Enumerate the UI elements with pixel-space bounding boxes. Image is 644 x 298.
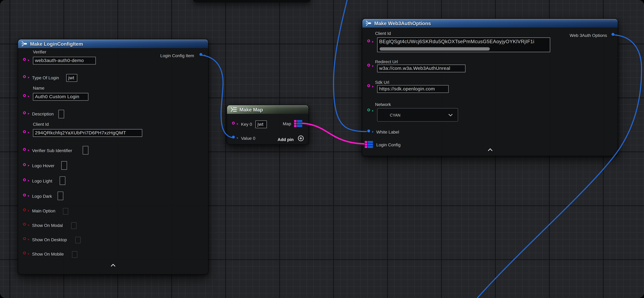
pin-label-sdk-url: Sdk Url (375, 80, 389, 85)
pin-value-0[interactable] (232, 136, 235, 138)
pin-label-show-on-desktop: Show On Desktop (32, 237, 67, 242)
input-redirect-url[interactable]: w3a://com.w3a.Web3AuthUnreal (377, 64, 466, 72)
input-client-id[interactable]: BEglQSgt4cUWcj6SKRdu5QkOXTsePmMcusG5EAoy… (377, 38, 550, 52)
pin-label-white-label: White Label (376, 130, 399, 134)
wire-top-to-white-label[interactable] (334, 0, 366, 132)
output-pin-map[interactable] (294, 120, 302, 127)
input-sdk-url[interactable]: https://sdk.openlogin.com (377, 85, 449, 93)
pin-show-on-modal[interactable] (23, 223, 26, 226)
blueprint-viewport: Make LoginConfigItem Login Config Item V… (0, 0, 644, 298)
wire-map-to-login-config[interactable] (303, 123, 364, 144)
pin-name[interactable] (23, 94, 26, 97)
pin-redirect-url[interactable] (367, 64, 370, 66)
pin-login-config[interactable] (365, 141, 373, 148)
offscreen-node-stub[interactable] (193, 0, 311, 2)
node-header[interactable]: Make LoginConfigItem (18, 40, 208, 48)
node-make-loginconfigitem[interactable]: Make LoginConfigItem Login Config Item V… (18, 39, 208, 274)
node-make-map[interactable]: Make Map Key 0 jwt Map Value 0 Add pin (226, 105, 309, 145)
add-pin-icon[interactable] (298, 135, 304, 143)
pin-show-on-mobile[interactable] (23, 252, 26, 254)
pin-show-on-desktop[interactable] (23, 237, 26, 240)
output-pin-login-config-item[interactable] (200, 53, 202, 56)
pin-label-client-id: Client Id (33, 122, 49, 127)
checkbox-show-on-desktop[interactable] (75, 237, 80, 243)
pin-type-of-login[interactable] (23, 75, 26, 78)
pin-label-verifier: Verifier (33, 49, 46, 54)
input-key-0[interactable]: jwt (256, 120, 267, 128)
checkbox-main-option[interactable] (63, 208, 68, 214)
pin-label-logo-light: Logo Light (32, 178, 52, 184)
pin-verifier[interactable] (23, 58, 26, 61)
node-title: Make Map (240, 106, 263, 112)
pin-verifier-sub-identifier[interactable] (23, 148, 26, 151)
pin-client-id[interactable] (23, 130, 26, 133)
pin-label-value-0: Value 0 (241, 136, 255, 140)
output-label: Web 3Auth Options (570, 33, 607, 38)
pin-label-show-on-mobile: Show On Mobile (32, 252, 64, 256)
input-type-of-login[interactable]: jwt (66, 74, 77, 82)
input-client-id[interactable]: 294QRkchfq2YaXUbPri7D6PH7xzHgQMT (33, 129, 142, 137)
make-struct-icon (366, 20, 372, 26)
pin-sdk-url[interactable] (367, 84, 370, 87)
client-id-text: BEglQSgt4cUWcj6SKRdu5QkOXTsePmMcusG5EAoy… (379, 38, 550, 45)
pin-label-main-option: Main Option (32, 208, 55, 213)
collapse-chevron-icon[interactable] (488, 146, 492, 153)
pin-main-option[interactable] (23, 208, 26, 211)
input-verifier-sub-identifier[interactable] (82, 146, 88, 154)
input-logo-hover[interactable] (61, 161, 67, 170)
make-map-icon (230, 107, 237, 112)
pin-label-network: Network (375, 102, 391, 107)
pin-label-type-of-login: Type Of Login (32, 75, 59, 80)
checkbox-show-on-modal[interactable] (71, 222, 76, 229)
network-dropdown-value: CYAN (390, 113, 400, 117)
pin-label-login-config: Login Config (376, 142, 400, 147)
node-title: Make Web3AuthOptions (374, 20, 431, 26)
pin-label-description: Description (32, 112, 54, 116)
pin-label-name: Name (33, 86, 44, 90)
node-title: Make LoginConfigItem (30, 41, 83, 46)
pin-network[interactable] (367, 108, 370, 111)
output-label-map: Map (283, 121, 291, 126)
client-id-scrollbar[interactable] (380, 47, 490, 50)
node-make-web3authoptions[interactable]: Make Web3AuthOptions Web 3Auth Options C… (362, 18, 618, 156)
input-logo-dark[interactable] (58, 192, 63, 200)
pin-client-id[interactable] (367, 40, 370, 42)
input-verifier[interactable]: web3auth-auth0-demo (33, 57, 96, 64)
node-header[interactable]: Make Map (227, 105, 308, 114)
input-logo-light[interactable] (60, 176, 66, 185)
chevron-down-icon (448, 114, 453, 116)
input-name[interactable]: Auth0 Custom Login (33, 93, 88, 101)
pin-label-show-on-modal: Show On Modal (32, 223, 63, 228)
output-pin-web3auth-options[interactable] (612, 33, 614, 36)
collapse-chevron-icon[interactable] (111, 261, 116, 268)
pin-description[interactable] (23, 112, 26, 114)
pin-logo-dark[interactable] (23, 194, 26, 196)
input-description[interactable] (58, 110, 64, 118)
make-struct-icon (21, 41, 28, 46)
network-dropdown[interactable]: CYAN (377, 108, 458, 122)
pin-label-redirect-url: Redirect Url (375, 59, 398, 64)
pin-key-0[interactable] (232, 122, 235, 124)
node-header[interactable]: Make Web3AuthOptions (362, 19, 618, 28)
pin-label-verifier-sub-identifier: Verifier Sub Identifier (32, 148, 72, 153)
checkbox-show-on-mobile[interactable] (72, 251, 77, 258)
add-pin-label[interactable]: Add pin (278, 137, 294, 142)
output-label: Login Config Item (160, 53, 194, 58)
pin-label-client-id: Client Id (375, 31, 391, 36)
graph-canvas[interactable]: Make LoginConfigItem Login Config Item V… (0, 0, 644, 298)
pin-white-label[interactable] (367, 130, 370, 132)
pin-logo-hover[interactable] (23, 163, 26, 166)
pin-logo-light[interactable] (23, 178, 26, 181)
pin-label-key-0: Key 0 (241, 122, 252, 127)
pin-label-logo-dark: Logo Dark (32, 194, 52, 198)
pin-label-logo-hover: Logo Hover (32, 163, 54, 168)
